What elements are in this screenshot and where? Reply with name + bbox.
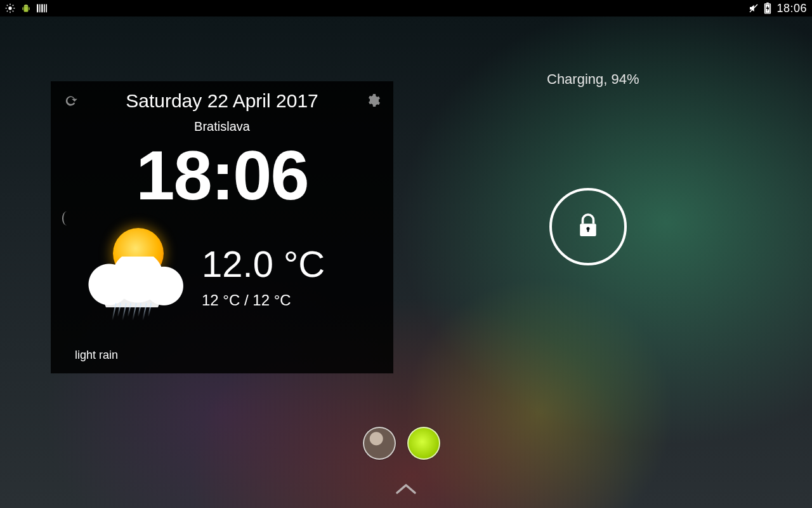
svg-rect-11 bbox=[22, 7, 23, 10]
unlock-button[interactable] bbox=[549, 188, 627, 265]
avatar[interactable] bbox=[363, 427, 396, 460]
svg-rect-13 bbox=[37, 4, 38, 13]
lock-icon bbox=[577, 213, 599, 241]
widget-clock: 18:06 bbox=[62, 140, 382, 210]
svg-line-6 bbox=[13, 11, 13, 11]
widget-city: Bratislava bbox=[62, 119, 382, 134]
svg-rect-17 bbox=[46, 4, 47, 13]
widget-date: Saturday 22 April 2017 bbox=[79, 90, 365, 112]
barcode-icon bbox=[37, 4, 47, 13]
android-debug-icon bbox=[22, 3, 30, 13]
svg-rect-26 bbox=[587, 229, 589, 232]
charging-status: Charging, 94% bbox=[547, 71, 639, 88]
status-bar-left bbox=[5, 3, 47, 13]
svg-rect-12 bbox=[29, 7, 29, 10]
user-switcher bbox=[363, 427, 440, 460]
status-bar-right: 18:06 bbox=[749, 2, 807, 15]
temperature-main: 12.0 °C bbox=[202, 243, 382, 285]
svg-line-5 bbox=[7, 5, 8, 6]
svg-rect-20 bbox=[767, 3, 769, 4]
svg-point-0 bbox=[8, 6, 11, 10]
battery-charging-icon bbox=[764, 3, 771, 14]
svg-rect-16 bbox=[44, 4, 45, 13]
weather-widget[interactable]: Saturday 22 April 2017 Bratislava 18:06 … bbox=[51, 81, 393, 373]
svg-point-9 bbox=[25, 5, 25, 6]
status-bar: 18:06 bbox=[0, 0, 812, 17]
weather-condition-icon bbox=[62, 222, 195, 330]
chevron-up-icon[interactable] bbox=[395, 481, 417, 497]
brightness-icon bbox=[5, 3, 15, 13]
svg-point-10 bbox=[27, 5, 27, 6]
weather-condition-label: light rain bbox=[75, 349, 118, 362]
svg-rect-14 bbox=[39, 4, 41, 13]
svg-line-8 bbox=[13, 5, 13, 6]
refresh-icon[interactable] bbox=[62, 93, 79, 109]
status-bar-clock: 18:06 bbox=[776, 2, 807, 15]
svg-rect-15 bbox=[41, 4, 43, 13]
gear-icon[interactable] bbox=[365, 93, 382, 109]
avatar[interactable] bbox=[407, 427, 440, 460]
temperature-range: 12 °C / 12 °C bbox=[202, 291, 382, 309]
mute-icon bbox=[749, 3, 759, 13]
svg-line-7 bbox=[7, 11, 8, 11]
